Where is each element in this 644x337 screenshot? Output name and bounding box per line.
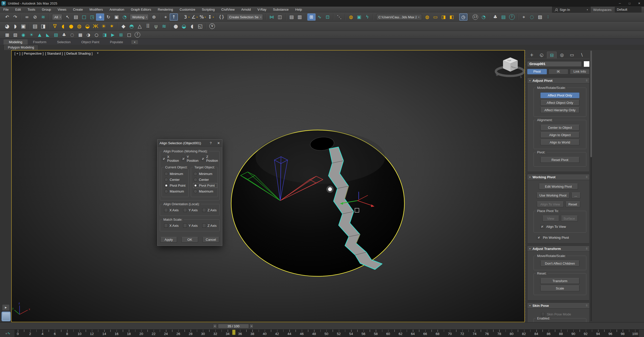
menu-item-help[interactable]: Help (292, 7, 305, 13)
panel-tab-utilities-icon[interactable]: ∖ (577, 52, 586, 58)
undo-icon[interactable]: ↶ (3, 13, 11, 21)
edit-named-selection-sets-icon[interactable]: {} (217, 13, 226, 21)
vray-bulb-icon[interactable]: ○ (92, 32, 101, 38)
checkbox-unchecked[interactable]: ✔ (183, 224, 187, 228)
primitives-teapot-icon[interactable]: ◕ (3, 23, 11, 30)
vray-proxy-icon[interactable]: ♣ (60, 32, 68, 38)
radio-icon[interactable] (194, 178, 197, 182)
marker-set-icon[interactable]: ∶ (544, 13, 552, 21)
rectangular-selection-region-icon[interactable]: □ (80, 13, 88, 21)
current-minimum-radio[interactable]: Minimum (164, 172, 187, 176)
menu-item-tools[interactable]: Tools (24, 7, 38, 13)
panel-tab-display-icon[interactable]: ▭ (567, 52, 576, 58)
schematic-view-icon[interactable]: ⊡ (324, 13, 332, 21)
select-and-scale-icon[interactable]: ▣ (112, 13, 120, 21)
orientation-z-axis-checkbox[interactable]: ✔ Z Axis (202, 208, 216, 212)
vray-logo-icon[interactable]: V (209, 23, 215, 29)
display-mode-icon[interactable]: ◌ (528, 13, 536, 21)
window-crossing-toggle-icon[interactable]: ◳ (88, 13, 96, 21)
time-slider-track[interactable]: 0246810121416182022242628303234363840424… (14, 330, 639, 337)
minimize-icon[interactable]: ─ (615, 0, 625, 7)
next-frame-button[interactable]: > (249, 324, 254, 328)
checkbox-checked[interactable]: ✔ (540, 225, 544, 229)
checkbox-unchecked[interactable]: ✔ (202, 208, 206, 212)
point-helper[interactable] (326, 186, 334, 193)
cancel-button[interactable]: Cancel (202, 237, 219, 243)
reset-scale-button[interactable]: Scale (540, 285, 579, 291)
orientation-x-axis-checkbox[interactable]: ✔ X Axis (164, 208, 179, 212)
itoo-help-icon[interactable]: ? (509, 14, 515, 20)
object-color-swatch[interactable] (584, 61, 590, 67)
viewport-layout-tab-button[interactable] (2, 312, 11, 321)
material-editor-icon[interactable]: ◍ (347, 13, 355, 21)
vray-light-icon[interactable]: ◉ (19, 32, 27, 38)
radio-icon[interactable] (194, 172, 197, 176)
adjust-pivot-header[interactable]: ▾ Adjust Pivot ⠿ (527, 78, 589, 84)
maximize-icon[interactable]: □ (625, 0, 634, 7)
panel-scrollbar-thumb[interactable] (590, 51, 592, 157)
menu-item-rendering[interactable]: Rendering (154, 7, 176, 13)
align-to-view-checkbox-row[interactable]: ✔ Align To View (540, 225, 584, 229)
sphere-array-icon[interactable]: ⠿ (144, 23, 152, 30)
physical-camera-icon[interactable]: ▦ (3, 32, 11, 38)
align-to-object-button[interactable]: Align to Object (540, 132, 579, 138)
viewcube[interactable]: TOP FRONT W S (496, 57, 524, 78)
keyboard-shortcut-override-icon[interactable]: ↑ (170, 13, 178, 21)
working-pivot-header[interactable]: ▾ Working Pivot ⠿ (527, 174, 589, 180)
close-icon[interactable]: ✕ (217, 141, 220, 145)
target-minimum-radio[interactable]: Minimum (194, 172, 217, 176)
ribbon-tab-selection[interactable]: Selection (52, 39, 76, 45)
dialog-title-bar[interactable]: Align Selection (Object001) ? ✕ (158, 140, 222, 147)
viewcube-south-label[interactable]: S (520, 76, 522, 78)
render-iterative-icon[interactable]: ▭ (431, 13, 439, 21)
select-and-place-icon[interactable]: ◔ (120, 13, 129, 21)
frame-count-badge-icon[interactable]: 13 (473, 14, 478, 20)
target-maximum-radio[interactable]: Maximum (194, 189, 217, 193)
checkbox-unchecked[interactable]: ✔ (202, 224, 206, 228)
viewport-label-segment[interactable]: [ Standard ] (45, 52, 63, 55)
scale-y-axis-checkbox[interactable]: ✔ Y Axis (183, 224, 198, 228)
subsurface-sphere-icon[interactable]: ◒ (180, 23, 188, 30)
named-selection-sets-dropdown[interactable]: Create Selection Se▾ (227, 14, 263, 20)
menu-item-graph-editors[interactable]: Graph Editors (128, 7, 154, 13)
palette-sphere-icon[interactable]: ◖ (188, 23, 196, 30)
vray-plane-icon[interactable]: ▲ (36, 32, 44, 38)
menu-item-scripting[interactable]: Scripting (199, 7, 218, 13)
snaps-toggle-icon[interactable]: 3 (181, 13, 190, 21)
radio-icon[interactable] (194, 189, 197, 193)
affect-pivot-only-button[interactable]: Affect Pivot Only (540, 92, 579, 98)
menu-item-file[interactable]: File (0, 7, 12, 13)
radio-icon[interactable] (164, 172, 168, 176)
viewport-label-segment[interactable]: [ Perspective ] (22, 52, 44, 55)
panel-tab-create-icon[interactable]: + (527, 52, 536, 58)
vray-ies-icon[interactable]: ▤ (52, 32, 60, 38)
checkbox-checked[interactable]: ✔ (537, 236, 541, 239)
isolate-selection-icon[interactable]: ⌖ (520, 13, 528, 21)
pin-working-pivot-checkbox-row[interactable]: ✔ Pin Working Pivot (537, 236, 588, 239)
checkbox-unchecked[interactable]: ✔ (164, 224, 168, 228)
scene-list-icon[interactable]: ▤ (31, 23, 39, 30)
render-network-icon[interactable]: ◧ (448, 13, 456, 21)
radio-icon[interactable] (164, 178, 168, 182)
target-center-radio[interactable]: Center (194, 178, 217, 182)
clone-state-icon[interactable]: ◱ (196, 23, 204, 30)
ribbon-tab-object-paint[interactable]: Object Paint (76, 39, 105, 45)
forest-pack-icon[interactable]: ♣ (491, 13, 499, 21)
viewport-label-segment[interactable]: [ + ] (14, 52, 21, 55)
checkbox-unchecked[interactable]: ✔ (164, 208, 168, 212)
camera-sequencer-icon[interactable]: ◨ (39, 23, 47, 30)
menu-item-civilview[interactable]: CivilView (218, 7, 238, 13)
mini-curve-editor-button[interactable]: ≡∿ (6, 331, 10, 335)
sign-in-button[interactable]: Sign In ▾ (552, 7, 591, 13)
free-light-icon[interactable]: Ж (91, 23, 100, 30)
select-and-manipulate-icon[interactable]: ⌖ (162, 13, 170, 21)
panel-scroll-indicator[interactable] (525, 51, 526, 321)
panel-tab-modify-icon[interactable]: ◵ (537, 52, 546, 58)
menu-item-views[interactable]: Views (54, 7, 70, 13)
transmitter-icon[interactable]: △ (136, 23, 144, 30)
ribbon-tab-populate[interactable]: Populate (105, 39, 128, 45)
affect-hierarchy-only-button[interactable]: Affect Hierarchy Only (540, 107, 579, 113)
panel-scrollbar[interactable] (590, 51, 592, 321)
substance-map-icon[interactable]: ▨ (536, 13, 544, 21)
select-and-rotate-icon[interactable]: ↻ (104, 13, 112, 21)
